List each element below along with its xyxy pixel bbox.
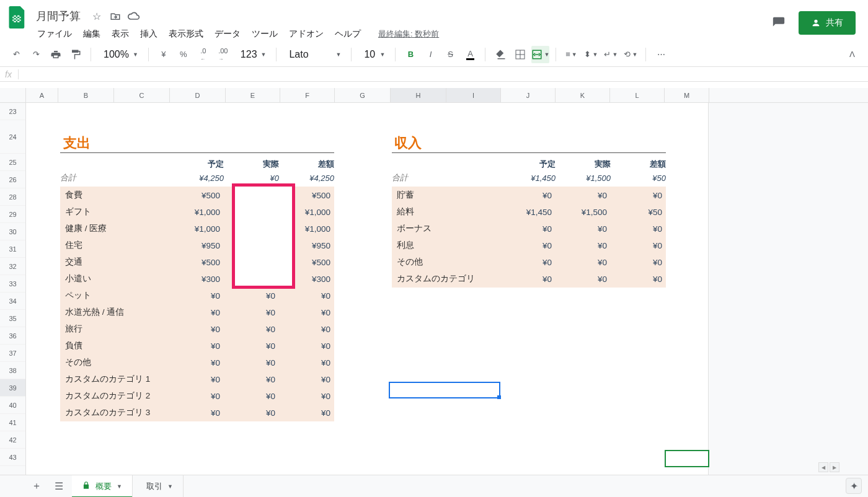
row-header[interactable]: 41 (0, 414, 25, 431)
sheet-tab-summary[interactable]: 概要 ▼ (72, 475, 133, 498)
col-header[interactable]: E (226, 88, 280, 102)
row-header[interactable]: 31 (0, 240, 25, 258)
explore-icon[interactable]: ✦ (846, 478, 862, 494)
table-row[interactable]: 住宅¥950¥950 (60, 237, 334, 254)
undo-icon[interactable]: ↶ (7, 46, 25, 63)
dec-decrease-button[interactable]: .0← (195, 46, 212, 63)
row-header[interactable]: 33 (0, 275, 25, 292)
table-row[interactable]: 健康 / 医療¥1,000¥1,000 (60, 220, 334, 237)
table-row[interactable]: カスタムのカテゴリ 1¥0¥0¥0 (60, 371, 334, 388)
table-row[interactable]: 貯蓄¥0¥0¥0 (392, 187, 666, 204)
row-header[interactable]: 30 (0, 223, 25, 240)
bold-button[interactable]: B (402, 46, 419, 63)
row-header[interactable]: 24 (0, 120, 25, 154)
table-row[interactable]: 交通¥500¥500 (60, 253, 334, 271)
row-header[interactable]: 43 (0, 449, 25, 466)
redo-icon[interactable]: ↷ (27, 46, 45, 63)
row-header[interactable]: 23 (0, 103, 25, 120)
col-header[interactable]: I (446, 88, 501, 102)
active-cell[interactable] (389, 382, 500, 398)
menu-tools[interactable]: ツール (247, 26, 283, 42)
comments-icon[interactable] (768, 12, 790, 34)
table-row[interactable]: 負債¥0¥0¥0 (60, 337, 334, 354)
currency-button[interactable]: ¥ (155, 46, 172, 63)
table-row[interactable]: 旅行¥0¥0¥0 (60, 320, 334, 338)
col-header[interactable]: L (610, 88, 665, 102)
menu-data[interactable]: データ (210, 26, 246, 42)
row-header[interactable]: 34 (0, 292, 25, 310)
wrap-icon[interactable]: ↵▼ (602, 46, 619, 63)
move-icon[interactable] (109, 10, 122, 22)
add-sheet-icon[interactable]: ＋ (27, 477, 46, 496)
share-button[interactable]: 共有 (799, 11, 856, 35)
row-header[interactable]: 29 (0, 206, 25, 223)
table-row[interactable]: 利息¥0¥0¥0 (392, 237, 666, 254)
collapse-toolbar-icon[interactable]: ᐱ (843, 46, 861, 63)
menu-edit[interactable]: 編集 (78, 26, 105, 42)
v-align-icon[interactable]: ⬍▼ (582, 46, 600, 63)
font-select[interactable]: Lato▼ (283, 49, 345, 60)
star-icon[interactable]: ☆ (91, 10, 103, 22)
col-header[interactable]: B (58, 88, 114, 102)
all-sheets-icon[interactable]: ☰ (50, 477, 68, 496)
cloud-icon[interactable] (128, 10, 140, 22)
more-icon[interactable]: ⋯ (652, 46, 670, 63)
row-header[interactable]: 37 (0, 345, 25, 362)
row-header[interactable]: 35 (0, 310, 25, 327)
col-header[interactable]: D (170, 88, 226, 102)
dec-increase-button[interactable]: .00→ (215, 46, 232, 63)
row-header[interactable]: 36 (0, 327, 25, 345)
strike-button[interactable]: S (441, 46, 459, 63)
merge-cells-icon[interactable]: ▼ (531, 46, 549, 63)
row-header[interactable]: 39 (0, 379, 25, 397)
select-all-corner[interactable] (0, 88, 25, 103)
row-header[interactable]: 28 (0, 188, 25, 206)
h-align-icon[interactable]: ≡▼ (562, 46, 580, 63)
tab-menu-icon[interactable]: ▼ (117, 483, 122, 490)
table-row[interactable]: 水道光熱 / 通信¥0¥0¥0 (60, 304, 334, 321)
menu-view[interactable]: 表示 (107, 26, 134, 42)
table-row[interactable]: ボーナス¥0¥0¥0 (392, 220, 666, 237)
table-row[interactable]: ギフト¥1,000¥1,000 (60, 203, 334, 221)
sheet-tab-transactions[interactable]: 取引 ▼ (136, 475, 184, 498)
table-row[interactable]: カスタムのカテゴリ 3¥0¥0¥0 (60, 404, 334, 421)
print-icon[interactable] (47, 46, 64, 63)
rotate-icon[interactable]: ⟲▼ (622, 46, 639, 63)
col-header[interactable]: J (501, 88, 556, 102)
row-header[interactable]: 32 (0, 258, 25, 275)
number-format-select[interactable]: 123▼ (234, 49, 270, 60)
col-header[interactable]: A (26, 88, 58, 102)
table-row[interactable]: その他¥0¥0¥0 (392, 253, 666, 271)
col-header[interactable]: K (556, 88, 610, 102)
fill-color-icon[interactable] (492, 46, 509, 63)
paint-format-icon[interactable] (67, 46, 84, 63)
row-header[interactable]: 38 (0, 362, 25, 379)
menu-format[interactable]: 表示形式 (164, 26, 208, 42)
table-row[interactable]: カスタムのカテゴリ¥0¥0¥0 (392, 270, 666, 288)
menu-insert[interactable]: 挿入 (135, 26, 162, 42)
zoom-select[interactable]: 100%▼ (97, 49, 142, 60)
italic-button[interactable]: I (422, 46, 439, 63)
table-row[interactable]: 食費¥500¥500 (60, 187, 334, 204)
col-header[interactable]: H (391, 88, 446, 102)
menu-file[interactable]: ファイル (32, 26, 77, 42)
row-header[interactable]: 42 (0, 431, 25, 449)
scroll-right-icon[interactable]: ▶ (830, 462, 839, 472)
row-header[interactable]: 26 (0, 171, 25, 188)
font-size-select[interactable]: 10▼ (358, 49, 389, 60)
table-row[interactable]: 給料¥1,450¥1,500¥50 (392, 203, 666, 221)
table-row[interactable]: ペット¥0¥0¥0 (60, 287, 334, 304)
doc-title[interactable]: 月間予算 (32, 7, 84, 25)
sheets-logo-icon[interactable] (5, 5, 30, 30)
table-row[interactable]: 小遣い¥300¥300 (60, 270, 334, 288)
tab-menu-icon[interactable]: ▼ (167, 483, 173, 490)
borders-icon[interactable] (512, 46, 529, 63)
percent-button[interactable]: % (175, 46, 192, 63)
last-edit-link[interactable]: 最終編集: 数秒前 (378, 29, 439, 40)
col-header[interactable]: C (114, 88, 170, 102)
row-header[interactable]: 25 (0, 154, 25, 171)
col-header[interactable]: F (280, 88, 335, 102)
menu-help[interactable]: ヘルプ (330, 26, 366, 42)
formula-input[interactable] (19, 67, 863, 81)
text-color-button[interactable]: A (461, 46, 479, 63)
